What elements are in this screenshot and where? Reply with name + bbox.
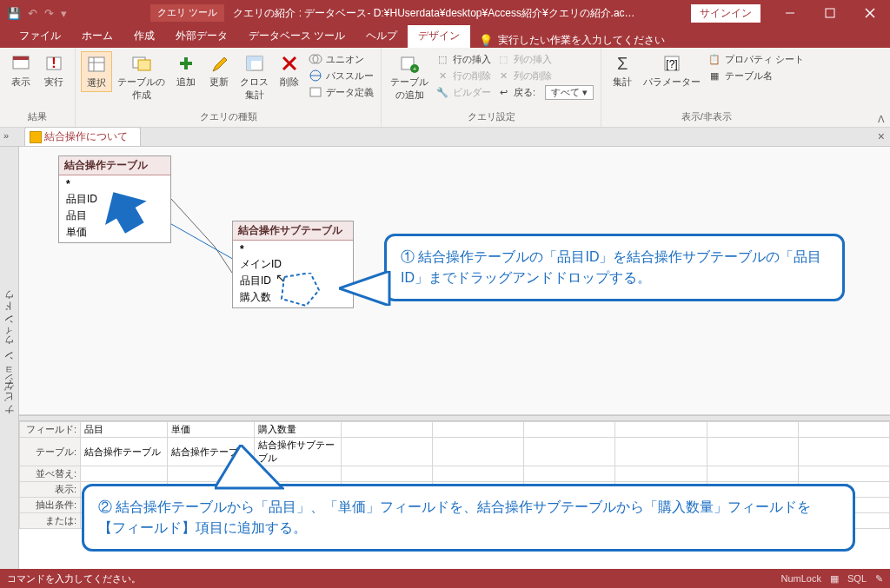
- group-qtype-label: クエリの種類: [81, 110, 375, 125]
- grid-field-1[interactable]: 単価: [171, 424, 190, 434]
- svg-rect-17: [247, 56, 251, 70]
- totals-button[interactable]: Σ集計: [607, 51, 638, 90]
- tab-dbtools[interactable]: データベース ツール: [238, 25, 355, 48]
- drag-outline-icon: [280, 273, 322, 307]
- table1-star[interactable]: *: [64, 177, 165, 191]
- table1-field-2[interactable]: 品目: [64, 208, 165, 224]
- delete-query-button[interactable]: 削除: [274, 51, 305, 90]
- row-table-label: テーブル:: [20, 438, 81, 466]
- contextual-tab-label: クエリ ツール: [150, 4, 224, 22]
- document-tab-well: » 結合操作について ×: [0, 128, 890, 147]
- group-setup-label: クエリ設定: [387, 110, 595, 125]
- expand-all-icon[interactable]: »: [3, 130, 9, 141]
- close-tab-icon[interactable]: ×: [878, 129, 885, 143]
- svg-rect-1: [826, 9, 834, 17]
- delete-row-button[interactable]: ✕行の削除: [434, 68, 493, 83]
- close-button[interactable]: [850, 0, 890, 26]
- svg-text:+: +: [413, 65, 417, 73]
- return-combo[interactable]: ↩戻る: すべて ▾: [495, 84, 595, 101]
- view-button[interactable]: 表示: [5, 51, 37, 90]
- svg-rect-5: [13, 56, 29, 60]
- group-showhide: Σ集計 [?]パラメーター 📋プロパティ シート ▦テーブル名 表示/非表示: [601, 48, 811, 127]
- insert-row-button[interactable]: ⬚行の挿入: [434, 51, 493, 67]
- table2-star[interactable]: *: [238, 242, 348, 256]
- delete-col-button[interactable]: ✕列の削除: [495, 68, 595, 83]
- save-icon[interactable]: 💾: [7, 7, 21, 20]
- grid-field-2[interactable]: 購入数量: [255, 422, 342, 438]
- bulb-icon: 💡: [479, 34, 493, 47]
- table2-field-1[interactable]: メインID: [238, 256, 348, 273]
- addtable-button[interactable]: +テーブル の追加: [387, 51, 432, 103]
- table1-field-1[interactable]: 品目ID: [64, 191, 165, 208]
- status-text: コマンドを入力してください。: [7, 572, 141, 585]
- tab-external[interactable]: 外部データ: [165, 25, 238, 48]
- crosstab-button[interactable]: クロス 集計: [236, 51, 272, 103]
- row-criteria-label: 抽出条件:: [20, 498, 81, 513]
- svg-text:!: !: [51, 56, 56, 70]
- append-button[interactable]: 追加: [170, 51, 202, 90]
- group-showhide-label: 表示/非表示: [607, 110, 806, 125]
- propsheet-button[interactable]: 📋プロパティ シート: [706, 51, 806, 67]
- undo-icon[interactable]: ↶: [28, 7, 37, 20]
- sql-view-icon[interactable]: SQL: [847, 573, 867, 584]
- svg-rect-12: [138, 60, 150, 70]
- row-show-label: 表示:: [20, 482, 81, 498]
- title-bar: 💾 ↶ ↷ ▾ クエリ ツール クエリの紹介 : データベース- D:¥HUse…: [0, 0, 890, 26]
- group-setup: +テーブル の追加 ⬚行の挿入 ✕行の削除 🔧ビルダー ⬚列の挿入 ✕列の削除 …: [382, 48, 601, 127]
- run-button[interactable]: !実行: [38, 51, 70, 90]
- doc-tab-join[interactable]: 結合操作について: [24, 127, 141, 146]
- signin-button[interactable]: サインイン: [690, 3, 761, 23]
- svg-text:[?]: [?]: [667, 58, 678, 70]
- tell-me-placeholder: 実行したい作業を入力してください: [498, 33, 665, 48]
- table1-title: 結合操作テーブル: [59, 156, 170, 175]
- passthrough-button[interactable]: パススルー: [307, 68, 375, 83]
- group-results-label: 結果: [5, 110, 70, 125]
- window-title: クエリの紹介 : データベース- D:¥HUserdata¥desktop¥Ac…: [233, 6, 634, 21]
- datasheet-view-icon[interactable]: ▦: [830, 573, 839, 585]
- svg-rect-24: [310, 88, 321, 96]
- nav-pane-label: ナビゲーション ウィンドウ: [3, 295, 16, 420]
- params-button[interactable]: [?]パラメーター: [640, 51, 704, 90]
- tell-me-search[interactable]: 💡 実行したい作業を入力してください: [479, 33, 665, 48]
- redo-icon[interactable]: ↷: [44, 7, 54, 20]
- maketable-button[interactable]: テーブルの 作成: [114, 51, 169, 103]
- splitter[interactable]: [19, 415, 890, 421]
- builder-button[interactable]: 🔧ビルダー: [434, 84, 493, 100]
- quick-access-toolbar: 💾 ↶ ↷ ▾: [0, 7, 96, 20]
- callout-2: ② 結合操作テーブルから「品目」、「単価」フィールドを、結合操作サブテーブルから…: [82, 484, 855, 552]
- group-qtype: 選択 テーブルの 作成 追加 更新 クロス 集計 削除 ユニオン パススルー デ…: [76, 48, 382, 127]
- nav-pane-collapsed[interactable]: ナビゲーション ウィンドウ: [0, 147, 19, 569]
- design-view-icon[interactable]: ✎: [875, 573, 883, 585]
- grid-table-0[interactable]: 結合操作テーブル: [81, 438, 168, 466]
- tablenames-button[interactable]: ▦テーブル名: [706, 68, 806, 83]
- ribbon-tabs: ファイル ホーム 作成 外部データ データベース ツール ヘルプ デザイン 💡 …: [0, 26, 890, 48]
- insert-col-button[interactable]: ⬚列の挿入: [495, 51, 595, 67]
- svg-marker-31: [282, 273, 319, 306]
- select-query-button[interactable]: 選択: [81, 51, 112, 92]
- svg-marker-33: [215, 445, 282, 488]
- tab-help[interactable]: ヘルプ: [355, 25, 408, 48]
- table1-field-3[interactable]: 単価: [64, 224, 165, 241]
- group-results: 表示 !実行 結果: [0, 48, 76, 127]
- union-button[interactable]: ユニオン: [307, 51, 375, 67]
- tab-home[interactable]: ホーム: [71, 25, 123, 48]
- table2-title: 結合操作サブテーブル: [233, 221, 353, 241]
- tab-file[interactable]: ファイル: [9, 25, 71, 48]
- tab-create[interactable]: 作成: [123, 25, 165, 48]
- row-or-label: または:: [20, 513, 81, 529]
- datadef-button[interactable]: データ定義: [307, 84, 375, 100]
- query-design-area: 結合操作テーブル * 品目ID 品目 単価 結合操作サブテーブル * メインID…: [19, 147, 890, 569]
- tables-pane[interactable]: 結合操作テーブル * 品目ID 品目 単価 結合操作サブテーブル * メインID…: [19, 147, 890, 415]
- row-field-label: フィールド:: [20, 422, 81, 438]
- query-grid[interactable]: フィールド: 品目 単価 購入数量 テーブル: 結合操作テーブル 結合操作テーブ…: [19, 421, 890, 569]
- qa-customize-icon[interactable]: ▾: [61, 7, 67, 20]
- minimize-button[interactable]: [770, 0, 810, 26]
- row-sort-label: 並べ替え:: [20, 466, 81, 482]
- collapse-ribbon-icon[interactable]: ᐱ: [878, 114, 885, 125]
- update-button[interactable]: 更新: [203, 51, 235, 90]
- table-box-1[interactable]: 結合操作テーブル * 品目ID 品目 単価: [58, 155, 171, 243]
- tab-design[interactable]: デザイン: [408, 25, 470, 48]
- grid-field-0[interactable]: 品目: [81, 422, 168, 438]
- svg-rect-8: [89, 57, 104, 71]
- maximize-button[interactable]: [810, 0, 850, 26]
